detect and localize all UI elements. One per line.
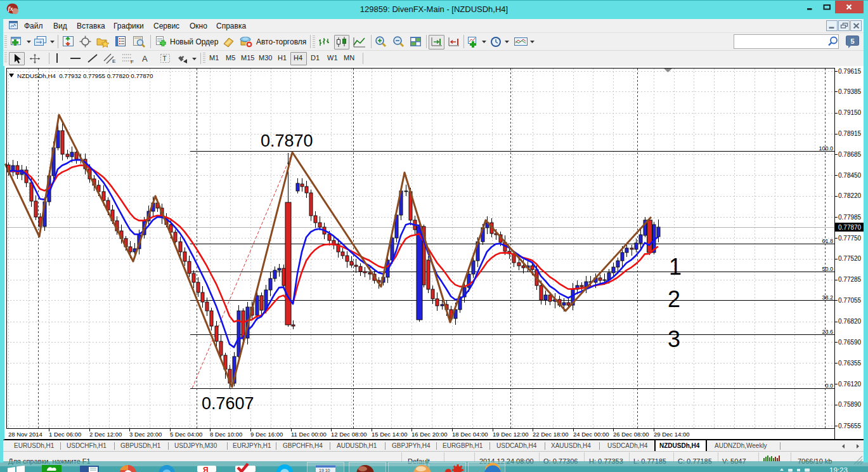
svg-text:F: F xyxy=(131,59,134,64)
svg-text:22 Dec 18:00: 22 Dec 18:00 xyxy=(533,431,569,438)
svg-text:3 Dec 20:00: 3 Dec 20:00 xyxy=(129,431,162,438)
svg-text:0.76120: 0.76120 xyxy=(838,381,862,388)
svg-text:NZDUSDh,H4 0.77932 0.77955 0.: NZDUSDh,H4 0.77932 0.77955 0.77820 0.778… xyxy=(17,72,153,79)
svg-text:0.76820: 0.76820 xyxy=(838,318,862,325)
svg-text:28 Nov 2014: 28 Nov 2014 xyxy=(8,431,42,438)
svg-text:0.77870: 0.77870 xyxy=(838,224,862,231)
svg-text:T: T xyxy=(163,55,167,62)
svg-text:19:23: 19:23 xyxy=(829,466,848,472)
svg-text:0.78915: 0.78915 xyxy=(838,130,862,137)
svg-text:1 Dec 06:00: 1 Dec 06:00 xyxy=(49,431,81,438)
svg-text:E: E xyxy=(112,58,115,64)
svg-text:0.79150: 0.79150 xyxy=(838,109,862,116)
svg-text:0.75890: 0.75890 xyxy=(838,401,862,408)
svg-text:0.78685: 0.78685 xyxy=(838,151,862,158)
svg-text:0.77750: 0.77750 xyxy=(838,235,862,242)
svg-text:15 Dec 14:00: 15 Dec 14:00 xyxy=(372,431,408,438)
svg-text:0.7870: 0.7870 xyxy=(261,131,313,150)
svg-text:0.75655: 0.75655 xyxy=(838,423,862,429)
svg-text:5: 5 xyxy=(850,37,854,45)
svg-text:0.77055: 0.77055 xyxy=(838,297,862,304)
svg-text:19 Dec 12:00: 19 Dec 12:00 xyxy=(493,431,529,438)
svg-text:0.79385: 0.79385 xyxy=(838,88,862,95)
svg-text:0.77285: 0.77285 xyxy=(838,276,862,283)
svg-text:0.77520: 0.77520 xyxy=(838,255,862,262)
svg-text:1: 1 xyxy=(669,254,682,280)
svg-text:24 Dec 00:00: 24 Dec 00:00 xyxy=(573,431,609,438)
svg-text:29 Dec 14:00: 29 Dec 14:00 xyxy=(654,431,690,438)
svg-text:11 Dec 00:00: 11 Dec 00:00 xyxy=(291,431,327,438)
svg-text:61.8: 61.8 xyxy=(822,238,833,244)
svg-text:2: 2 xyxy=(668,286,680,312)
svg-text:9 Dec 16:00: 9 Dec 16:00 xyxy=(250,431,283,438)
svg-text:Я: Я xyxy=(203,466,209,472)
svg-text:18 Dec 04:00: 18 Dec 04:00 xyxy=(452,431,488,438)
svg-text:23.6: 23.6 xyxy=(822,329,833,335)
svg-text:0.76355: 0.76355 xyxy=(838,360,862,367)
svg-text:50.0: 50.0 xyxy=(822,266,833,272)
svg-text:2 Dec 12:00: 2 Dec 12:00 xyxy=(89,431,122,438)
svg-text:38.2: 38.2 xyxy=(822,294,833,301)
svg-text:26 Dec 08:00: 26 Dec 08:00 xyxy=(613,431,649,438)
svg-text:0.0: 0.0 xyxy=(825,383,833,389)
svg-text:0.79615: 0.79615 xyxy=(838,68,862,75)
svg-text:0.78220: 0.78220 xyxy=(838,192,862,199)
svg-text:3: 3 xyxy=(668,326,680,352)
svg-text:0.78450: 0.78450 xyxy=(838,172,862,179)
svg-text:8 Dec 10:00: 8 Dec 10:00 xyxy=(210,431,242,438)
svg-text:5 Dec 04:00: 5 Dec 04:00 xyxy=(170,431,202,438)
svg-text:0.7607: 0.7607 xyxy=(202,394,254,413)
svg-text:16 Dec 20:00: 16 Dec 20:00 xyxy=(411,431,448,438)
svg-text:0.76590: 0.76590 xyxy=(838,339,862,346)
svg-text:100.0: 100.0 xyxy=(819,145,833,152)
svg-text:19 10: 19 10 xyxy=(319,468,330,472)
svg-text:0.77985: 0.77985 xyxy=(838,214,862,221)
svg-text:12 Dec 08:00: 12 Dec 08:00 xyxy=(331,431,367,438)
